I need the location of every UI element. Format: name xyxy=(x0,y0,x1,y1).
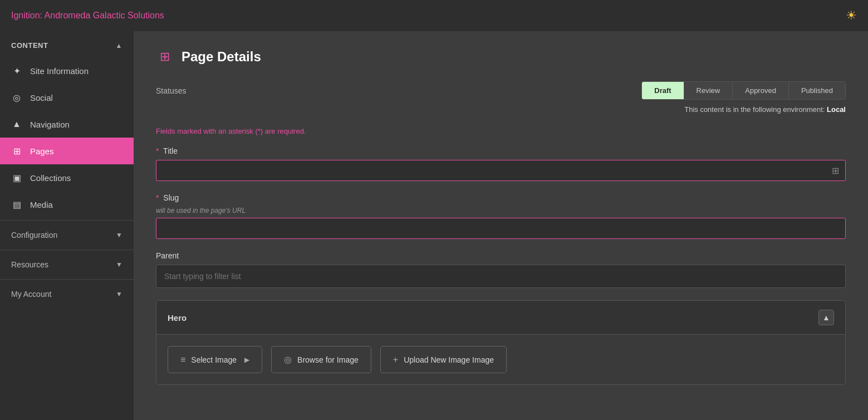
upload-image-button[interactable]: + Upload New Image Image xyxy=(380,346,507,373)
browse-image-button[interactable]: ◎ Browse for Image xyxy=(271,346,371,373)
sidebar-item-label: Media xyxy=(30,200,53,209)
resources-label: Resources xyxy=(11,260,48,269)
nav-icon: ▲ xyxy=(11,119,22,130)
fields-note: Fields marked with an asterisk (*) are r… xyxy=(156,127,846,135)
parent-label: Parent xyxy=(156,251,846,260)
sidebar-divider-2 xyxy=(0,250,134,250)
sun-icon: ☀ xyxy=(846,8,857,23)
sidebar-item-media[interactable]: ▤ Media xyxy=(0,191,134,218)
statuses-row: Statuses Draft Review Approved Published xyxy=(156,81,846,100)
status-tab-published[interactable]: Published xyxy=(789,82,845,99)
app-title-ignition: Ignition: xyxy=(11,11,45,20)
image-buttons: ≡ Select Image ▶ ◎ Browse for Image + Up… xyxy=(168,346,834,373)
sidebar-content-header[interactable]: Content ▲ xyxy=(0,31,134,57)
app-title: Ignition: Andromeda Galactic Solutions xyxy=(11,11,164,21)
slug-label: * Slug xyxy=(156,193,846,202)
sidebar-item-label: Pages xyxy=(30,146,54,156)
environment-note: This content is in the following environ… xyxy=(156,105,846,114)
collections-icon: ▣ xyxy=(11,172,22,183)
slug-required: * xyxy=(156,193,159,202)
star-icon: ✦ xyxy=(11,65,22,76)
sidebar-item-social[interactable]: ◎ Social xyxy=(0,84,134,111)
page-header: ⊞ Page Details xyxy=(156,48,846,66)
media-icon: ▤ xyxy=(11,199,22,210)
topbar: Ignition: Andromeda Galactic Solutions ☀ xyxy=(0,0,868,31)
sidebar: Content ▲ ✦ Site Information ◎ Social ▲ … xyxy=(0,31,134,420)
statuses-label: Statuses xyxy=(156,86,186,95)
sidebar-item-collections[interactable]: ▣ Collections xyxy=(0,164,134,191)
input-icon: ⊞ xyxy=(832,165,839,176)
form-group-parent: Parent xyxy=(156,251,846,288)
my-account-label: My Account xyxy=(11,290,51,299)
circle-icon: ◎ xyxy=(11,92,22,103)
sidebar-configuration[interactable]: Configuration ▼ xyxy=(0,223,134,247)
title-label: * Title xyxy=(156,146,846,155)
title-input[interactable] xyxy=(156,160,846,181)
hero-body: ≡ Select Image ▶ ◎ Browse for Image + Up… xyxy=(156,335,845,384)
sidebar-my-account[interactable]: My Account ▼ xyxy=(0,282,134,306)
page-title: Page Details xyxy=(182,49,261,65)
sidebar-item-label: Social xyxy=(30,93,53,102)
status-tabs: Draft Review Approved Published xyxy=(641,81,846,100)
sidebar-resources[interactable]: Resources ▼ xyxy=(0,252,134,277)
pages-icon: ⊞ xyxy=(11,145,22,157)
hero-toggle-button[interactable]: ▲ xyxy=(818,310,834,325)
sidebar-item-label: Site Information xyxy=(30,66,89,76)
my-account-chevron: ▼ xyxy=(116,290,122,298)
title-required: * xyxy=(156,146,159,155)
slug-hint: will be used in the page's URL xyxy=(156,207,846,214)
hero-toggle-icon: ▲ xyxy=(822,313,830,322)
browse-image-label: Browse for Image xyxy=(297,355,359,364)
configuration-chevron: ▼ xyxy=(116,231,122,239)
status-tab-approved[interactable]: Approved xyxy=(733,82,789,99)
sidebar-item-navigation[interactable]: ▲ Navigation xyxy=(0,111,134,138)
hero-section: Hero ▲ ≡ Select Image ▶ ◎ Browse for Ima… xyxy=(156,300,846,385)
form-group-slug: * Slug will be used in the page's URL xyxy=(156,193,846,239)
form-group-title: * Title ⊞ xyxy=(156,146,846,181)
select-image-label: Select Image xyxy=(191,355,237,364)
select-image-arrow: ▶ xyxy=(244,356,249,364)
sidebar-divider-3 xyxy=(0,279,134,280)
content-area: ⊞ Page Details Statuses Draft Review App… xyxy=(134,31,868,420)
environment-value: Local xyxy=(827,105,846,114)
resources-chevron: ▼ xyxy=(116,261,122,268)
sidebar-divider-1 xyxy=(0,220,134,221)
configuration-label: Configuration xyxy=(11,231,57,240)
list-icon: ≡ xyxy=(180,355,185,365)
status-tab-review[interactable]: Review xyxy=(684,82,733,99)
hero-title: Hero xyxy=(168,313,187,323)
parent-input[interactable] xyxy=(156,265,846,288)
upload-image-label: Upload New Image Image xyxy=(404,355,494,364)
upload-icon: + xyxy=(393,355,398,365)
select-image-button[interactable]: ≡ Select Image ▶ xyxy=(168,346,262,373)
browse-icon: ◎ xyxy=(284,354,292,365)
sidebar-content-chevron: ▲ xyxy=(116,42,122,50)
sidebar-item-pages[interactable]: ⊞ Pages xyxy=(0,138,134,164)
page-header-icon: ⊞ xyxy=(156,48,174,66)
hero-header: Hero ▲ xyxy=(156,301,845,335)
sidebar-item-label: Navigation xyxy=(30,120,70,129)
title-input-container: ⊞ xyxy=(156,160,846,181)
sidebar-content-label: Content xyxy=(11,41,48,50)
app-title-company: Andromeda Galactic Solutions xyxy=(45,11,164,20)
sidebar-item-site-information[interactable]: ✦ Site Information xyxy=(0,57,134,84)
sidebar-item-label: Collections xyxy=(30,173,71,183)
status-tab-draft[interactable]: Draft xyxy=(642,82,684,99)
slug-input[interactable] xyxy=(156,218,846,239)
main-layout: Content ▲ ✦ Site Information ◎ Social ▲ … xyxy=(0,31,868,420)
